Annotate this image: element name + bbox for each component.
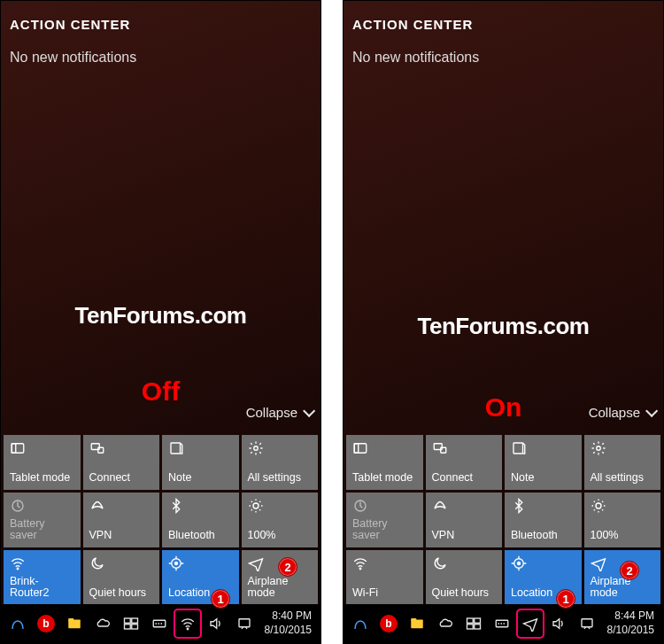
tray-input-icon[interactable]	[146, 609, 173, 638]
quick-action-vpn[interactable]: VPN	[83, 493, 160, 547]
beats-icon: b	[37, 615, 55, 632]
quick-action-moon[interactable]: Quiet hours	[83, 550, 160, 605]
taskbar-clock[interactable]: 8:44 PM8/10/2015	[602, 609, 660, 637]
svg-rect-19	[239, 619, 250, 627]
tray-onedrive-icon[interactable]	[89, 609, 116, 638]
taskbar: b8:44 PM8/10/2015	[344, 604, 663, 643]
quick-action-wifi[interactable]: Brink-Router2	[4, 550, 81, 605]
tray-malwarebytes-icon[interactable]	[4, 609, 31, 638]
action-center-header: ACTION CENTER	[1, 1, 320, 44]
tablet-icon	[10, 440, 26, 456]
battery-icon	[352, 498, 368, 514]
quick-action-tablet[interactable]: Tablet mode	[346, 435, 423, 490]
svg-rect-16	[132, 625, 138, 629]
quick-action-moon[interactable]: Quiet hours	[426, 550, 503, 605]
svg-rect-13	[124, 618, 130, 623]
tablet-icon	[352, 440, 368, 456]
taskbar-clock[interactable]: 8:40 PM8/10/2015	[259, 609, 317, 637]
tile-label: Battery saver	[352, 518, 417, 543]
tile-label: Airplane mode	[248, 576, 313, 601]
tray-wifi-icon[interactable]	[174, 609, 201, 638]
svg-rect-33	[467, 618, 473, 623]
tray-volume-icon[interactable]	[203, 609, 229, 638]
tray-plane-icon[interactable]	[517, 609, 544, 638]
quick-action-wifi[interactable]: Wi-Fi	[346, 550, 423, 605]
tile-label: Quiet hours	[89, 587, 154, 600]
quick-action-battery[interactable]: Battery saver	[4, 493, 81, 547]
tray-beats-icon[interactable]: b	[375, 609, 402, 638]
beats-icon: b	[380, 615, 398, 632]
wifi-icon	[10, 555, 26, 571]
tray-explorer-icon[interactable]	[404, 609, 430, 638]
quick-action-vpn[interactable]: VPN	[426, 493, 503, 547]
tray-action-icon[interactable]	[574, 609, 600, 638]
quick-action-connect[interactable]: Connect	[426, 435, 503, 490]
moon-icon	[432, 555, 448, 571]
quick-action-tablet[interactable]: Tablet mode	[4, 435, 81, 490]
collapse-button[interactable]: Collapse	[246, 405, 312, 420]
tile-label: Connect	[89, 472, 154, 485]
tile-label: Tablet mode	[352, 472, 417, 485]
bluetooth-icon	[511, 498, 527, 514]
quick-action-note[interactable]: Note	[162, 435, 239, 490]
tray-onedrive-icon[interactable]	[432, 609, 459, 638]
tray-input-icon[interactable]	[489, 609, 515, 638]
svg-rect-36	[475, 625, 481, 629]
quick-action-bluetooth[interactable]: Bluetooth	[162, 493, 239, 547]
gear-icon	[591, 440, 606, 456]
tile-label: Note	[168, 472, 233, 485]
bright-icon	[591, 498, 606, 514]
svg-rect-1	[12, 444, 16, 454]
tray-volume-icon[interactable]	[545, 609, 572, 638]
annotation-callout: 1	[211, 589, 230, 609]
svg-point-27	[596, 503, 601, 508]
battery-icon	[10, 498, 26, 514]
tile-label: VPN	[89, 530, 154, 542]
tray-keyboard-icon[interactable]	[118, 609, 144, 638]
tile-label: Brink-Router2	[10, 576, 74, 601]
tile-label: Note	[511, 472, 575, 485]
note-icon	[511, 440, 527, 456]
quick-action-bright[interactable]: 100%	[242, 493, 319, 547]
quick-action-battery[interactable]: Battery saver	[346, 493, 423, 547]
tile-label: Wi-Fi	[352, 587, 417, 600]
vpn-icon	[89, 498, 105, 514]
tile-label: Battery saver	[10, 518, 74, 543]
connect-icon	[89, 440, 105, 456]
tray-beats-icon[interactable]: b	[33, 609, 59, 638]
svg-rect-34	[475, 618, 481, 623]
quick-action-bluetooth[interactable]: Bluetooth	[505, 493, 582, 547]
svg-point-5	[253, 446, 258, 451]
watermark-text: TenForums.com	[1, 302, 320, 330]
plane-icon	[248, 555, 264, 571]
svg-rect-14	[132, 618, 138, 623]
quick-action-bright[interactable]: 100%	[584, 493, 661, 547]
svg-point-18	[187, 628, 189, 630]
quick-action-plane[interactable]: Airplane mode	[242, 550, 319, 605]
svg-rect-15	[124, 625, 130, 629]
svg-rect-35	[467, 625, 473, 629]
tray-action-icon[interactable]	[231, 609, 258, 638]
svg-rect-12	[68, 618, 73, 621]
quick-action-gear[interactable]: All settings	[584, 435, 661, 490]
svg-rect-4	[171, 443, 181, 454]
quick-action-note[interactable]: Note	[505, 435, 582, 490]
tray-malwarebytes-icon[interactable]	[347, 609, 374, 638]
tile-label: Airplane mode	[591, 576, 655, 601]
svg-point-8	[17, 568, 19, 570]
svg-rect-20	[354, 444, 367, 454]
clock-time: 8:40 PM	[265, 609, 312, 624]
svg-rect-32	[411, 618, 416, 621]
collapse-label: Collapse	[589, 405, 640, 420]
svg-rect-21	[354, 444, 359, 454]
connect-icon	[432, 440, 448, 456]
tray-keyboard-icon[interactable]	[460, 609, 487, 638]
quick-action-gear[interactable]: All settings	[242, 435, 319, 490]
collapse-button[interactable]: Collapse	[589, 405, 654, 420]
tray-explorer-icon[interactable]	[61, 609, 88, 638]
svg-rect-24	[513, 443, 523, 454]
tile-label: All settings	[248, 472, 313, 485]
quick-action-connect[interactable]: Connect	[83, 435, 160, 490]
no-notifications-text: No new notifications	[1, 44, 320, 71]
tile-label: 100%	[591, 530, 655, 542]
